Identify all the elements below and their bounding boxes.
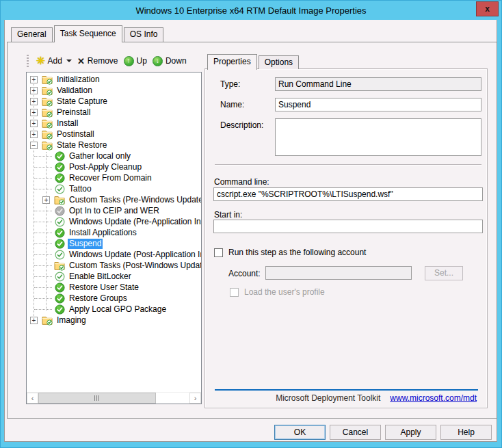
tree-item-suspend[interactable]: Suspend [27,238,201,249]
mdt-brand-label: Microsoft Deployment Toolkit [276,393,380,403]
dialog-tab-task-sequence[interactable]: Task Sequence [54,25,122,42]
down-button-label: Down [166,56,187,66]
expand-plus-icon[interactable]: + [30,317,38,324]
tree-item-label: Restore Groups [68,293,129,304]
command-line-field[interactable] [213,187,483,201]
tree-item-custom-tasks-post-windows-update[interactable]: Custom Tasks (Post-Windows Update) [27,260,201,271]
tree-connector [42,287,54,288]
move-up-button[interactable]: ↑ Up [121,55,150,68]
tree-item-state-restore[interactable]: −State Restore [27,140,201,150]
load-profile-checkbox [230,288,239,297]
close-icon: x [485,4,490,14]
cancel-button[interactable]: Cancel [330,425,381,440]
step-check-solid-icon [54,161,65,172]
dialog-tab-os-info[interactable]: OS Info [124,27,164,42]
tree-connector [42,189,54,189]
tree-connector [42,178,54,179]
tree-item-opt-in-to-ceip-and-wer[interactable]: Opt In to CEIP and WER [27,205,201,216]
tree-item-gather-local-only[interactable]: Gather local only [27,150,201,161]
tree-item-tattoo[interactable]: Tattoo [27,183,201,194]
add-button[interactable]: Add [34,53,75,68]
move-down-button[interactable]: ↓ Down [150,55,189,68]
tree-item-label: Suspend [68,239,103,249]
tree-item-preinstall[interactable]: +Preinstall [27,107,201,118]
folder-check-icon [42,74,53,85]
tree-item-post-apply-cleanup[interactable]: Post-Apply Cleanup [27,161,201,172]
tree-item-custom-tasks-pre-windows-update[interactable]: +Custom Tasks (Pre-Windows Update) [27,194,201,205]
step-check-outline-icon [54,183,65,194]
add-starburst-icon [36,55,45,67]
expand-plus-icon[interactable]: + [30,109,38,116]
tree-item-validation[interactable]: +Validation [27,85,201,96]
task-sequence-tab-page: Add Remove ↑ Up ↓ Down [7,42,497,419]
tree-connector [42,309,54,310]
tree-item-label: Enable BitLocker [68,272,133,282]
tree-item-restore-groups[interactable]: Restore Groups [27,293,201,304]
dialog-tab-general[interactable]: General [11,27,53,42]
load-profile-checkbox-row: Load the user's profile [230,287,325,297]
step-check-solid-icon [54,304,65,315]
apply-button[interactable]: Apply [385,425,436,440]
tree-item-windows-update-post-application-installi[interactable]: Windows Update (Post-Application Install… [27,249,201,260]
step-check-solid-icon [54,293,65,304]
tree-item-apply-local-gpo-package[interactable]: Apply Local GPO Package [27,304,201,315]
collapse-minus-icon[interactable]: − [30,142,38,149]
task-sequence-tree[interactable]: +Initialization+Validation+State Capture… [26,72,202,404]
expand-plus-icon[interactable]: + [42,196,50,204]
remove-button[interactable]: Remove [75,55,121,68]
scroll-left-button[interactable]: ‹ [27,393,38,404]
titlebar[interactable]: Windows 10 Enterprise x64 RTM Default Im… [1,1,501,20]
remove-x-icon [77,56,85,66]
toolbar-grip[interactable] [27,55,29,67]
tree-item-label: Install Applications [68,228,138,238]
tree-rows: +Initialization+Validation+State Capture… [27,74,201,392]
folder-check-icon [42,118,53,129]
folder-check-icon [42,315,53,326]
tree-connector [42,222,54,222]
tree-item-imaging[interactable]: +Imaging [27,315,201,326]
properties-tab-strip: PropertiesOptions [207,53,300,69]
properties-dialog: Windows 10 Enterprise x64 RTM Default Im… [0,0,502,448]
mdt-link[interactable]: www.microsoft.com/mdt [390,393,477,403]
tree-connector [42,156,54,157]
tree-item-recover-from-domain[interactable]: Recover From Domain [27,172,201,183]
tree-item-windows-update-pre-application-installa[interactable]: Windows Update (Pre-Application Installa [27,216,201,227]
set-account-button: Set... [425,266,463,280]
scroll-right-button[interactable]: › [189,393,201,404]
expand-plus-icon[interactable]: + [30,131,38,138]
tree-item-restore-user-state[interactable]: Restore User State [27,282,201,293]
panel-tab-options[interactable]: Options [259,55,299,69]
scrollbar-thumb[interactable] [38,393,156,404]
tree-item-state-capture[interactable]: +State Capture [27,96,201,107]
step-check-solid-icon [54,238,65,249]
tree-item-label: Windows Update (Post-Application Install… [68,250,201,260]
run-as-checkbox[interactable] [214,248,223,257]
expand-plus-icon[interactable]: + [30,76,38,83]
run-as-checkbox-label: Run this step as the following account [228,248,366,257]
expand-plus-icon[interactable]: + [30,87,38,94]
expand-plus-icon[interactable]: + [30,98,38,105]
tree-item-label: Post-Apply Cleanup [68,162,143,172]
description-field[interactable] [275,118,481,156]
help-button[interactable]: Help [440,425,492,440]
tree-item-enable-bitlocker[interactable]: Enable BitLocker [27,271,201,282]
expand-plus-icon[interactable]: + [30,120,38,127]
start-in-field[interactable] [213,220,483,233]
name-field[interactable] [275,98,481,111]
folder-check-icon [42,140,53,150]
tree-connector [42,298,54,299]
scrollbar-track[interactable] [156,393,189,404]
tree-item-label: Gather local only [68,151,132,161]
tree-item-label: Apply Local GPO Package [68,304,168,315]
tree-item-postinstall[interactable]: +Postinstall [27,129,201,140]
tree-item-label: Opt In to CEIP and WER [68,206,161,216]
tree-item-install-applications[interactable]: Install Applications [27,227,201,238]
ok-button[interactable]: OK [274,425,326,440]
panel-tab-properties[interactable]: Properties [207,54,257,70]
tree-item-install[interactable]: +Install [27,118,201,129]
tree-item-label: Initialization [55,75,101,85]
tree-item-label: Custom Tasks (Pre-Windows Update) [68,195,201,205]
close-button[interactable]: x [476,1,499,16]
tree-item-initialization[interactable]: +Initialization [27,74,201,85]
tree-connector [42,265,54,266]
